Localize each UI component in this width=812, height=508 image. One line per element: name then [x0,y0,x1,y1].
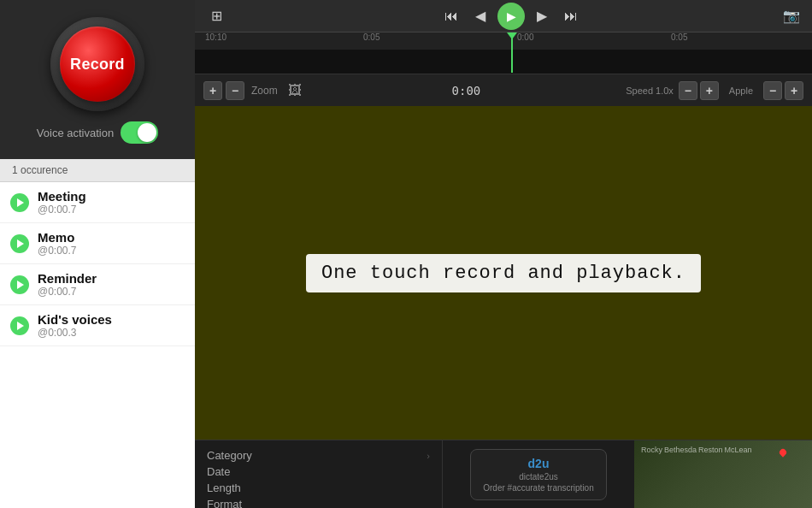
toolbar-left: ⊞ [203,3,229,29]
recordings-list: Meeting @0:00.7 Memo @0:00.7 Reminder @0… [0,182,195,508]
speed-up-button[interactable]: + [700,81,719,100]
d2u-logo: d2u [528,457,550,470]
metadata-key: Category [207,449,252,462]
list-item-time: @0:00.7 [38,286,97,298]
image-icon[interactable]: 🖼 [283,79,307,103]
map-pin [778,447,787,457]
voice-activation-row: Voice activation [37,121,158,144]
marker-2: 0:05 [362,32,380,42]
list-item-text: Reminder @0:00.7 [38,271,97,298]
record-button[interactable]: Record [60,27,135,102]
back-button[interactable]: ◀ [468,4,492,28]
metadata-left: Category › Date Length Format Tags [195,440,443,508]
zoom-label: Zoom [251,85,278,97]
play-icon[interactable] [10,316,29,335]
play-icon[interactable] [10,193,29,212]
d2u-tagline: dictate2us [519,472,558,481]
list-item-time: @0:00.3 [38,327,112,339]
list-item-name: Reminder [38,271,97,286]
bottom-controls: + − Zoom 🖼 0:00 Speed 1.0x − + Apple − + [195,74,812,106]
timeline[interactable]: 10:10 0:05 0:00 0:05 [195,32,812,74]
d2u-subtitle: Order #accurate transcription [483,483,594,493]
vol-controls: − + [763,81,803,100]
chevron-icon: › [427,451,430,461]
list-item[interactable]: Reminder @0:00.7 [0,264,195,305]
toolbar: ⊞ ⏮ ◀ ▶ ▶ ⏭ 📷 [195,0,812,32]
vol-up-button[interactable]: + [785,81,803,100]
track-area [195,50,812,74]
marker-4: 0:05 [669,32,687,42]
play-controls: ⏮ ◀ ▶ ▶ ⏭ [246,3,776,30]
speed-label: Speed 1.0x [626,86,674,96]
metadata-panel: Category › Date Length Format Tags d2u d… [195,440,812,508]
map-city: McLean [725,446,752,454]
d2u-badge[interactable]: d2u dictate2us Order #accurate transcrip… [470,449,607,500]
list-item-text: Memo @0:00.7 [38,230,77,257]
fast-forward-button[interactable]: ⏭ [559,4,583,28]
zoom-minus-button[interactable]: − [226,81,244,100]
metadata-key: Length [207,481,241,494]
main-area: ⊞ ⏮ ◀ ▶ ▶ ⏭ 📷 10:10 0:05 0:00 0:05 + − Z… [195,0,812,508]
rewind-button[interactable]: ⏮ [439,4,463,28]
list-item[interactable]: Memo @0:00.7 [0,223,195,264]
metadata-row[interactable]: Category › [207,447,430,464]
metadata-row[interactable]: Format [207,496,430,508]
map-city: Reston [698,446,723,454]
apple-label: Apple [729,86,753,96]
playhead[interactable] [511,32,513,73]
camera-icon[interactable]: 📷 [780,4,803,28]
list-item-name: Memo [38,230,77,245]
map-city: Bethesda [664,446,697,454]
speed-section: Speed 1.0x [626,86,674,96]
timeline-ruler: 10:10 0:05 0:00 0:05 [195,32,812,50]
content-area: One touch record and playback. [195,106,812,440]
list-item[interactable]: Kid's voices @0:00.3 [0,305,195,346]
grid-icon[interactable]: ⊞ [203,3,229,29]
marker-1: 10:10 [203,32,227,42]
marker-3: 0:00 [515,32,533,42]
subtitle-text: One touch record and playback. [321,263,685,284]
play-icon[interactable] [10,275,29,294]
list-item-name: Meeting [38,189,86,204]
map-city: Rocky [641,446,662,454]
list-item-time: @0:00.7 [38,204,86,216]
list-item-time: @0:00.7 [38,245,77,257]
list-item[interactable]: Meeting @0:00.7 [0,182,195,223]
occurrence-header: 1 occurence [0,159,195,182]
list-item-text: Meeting @0:00.7 [38,189,86,216]
sidebar: Record Voice activation 1 occurence Meet… [0,0,195,508]
time-display: 0:00 [312,84,621,97]
play-button[interactable]: ▶ [497,3,525,30]
speed-down-button[interactable]: − [679,81,697,100]
record-button-outer: Record [50,17,144,111]
list-item-name: Kid's voices [38,312,112,327]
subtitle-box: One touch record and playback. [306,254,701,292]
play-icon[interactable] [10,234,29,253]
record-label: Record [70,56,125,74]
metadata-right: RockyBethesdaRestonMcLean [634,440,812,508]
metadata-row[interactable]: Length [207,480,430,496]
record-area: Record Voice activation [0,0,195,159]
zoom-controls: + − Zoom [203,81,278,100]
forward-button[interactable]: ▶ [530,4,554,28]
zoom-plus-button[interactable]: + [203,81,222,100]
metadata-row[interactable]: Date [207,464,430,480]
map-placeholder: RockyBethesdaRestonMcLean [634,440,812,508]
voice-activation-label: Voice activation [37,127,114,139]
list-item-text: Kid's voices @0:00.3 [38,312,112,339]
metadata-key: Format [207,498,242,508]
vol-down-button[interactable]: − [763,81,782,100]
metadata-center: d2u dictate2us Order #accurate transcrip… [443,440,634,508]
metadata-key: Date [207,465,230,478]
voice-activation-toggle[interactable] [121,121,158,144]
speed-controls: − + [679,81,719,100]
